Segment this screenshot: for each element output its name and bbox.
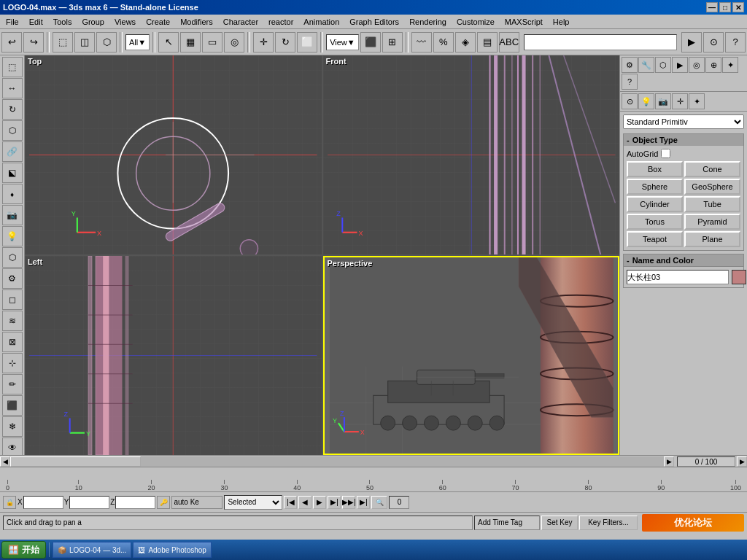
rpanel-pyramid-button[interactable]: Pyramid (684, 214, 740, 230)
freeze-tool[interactable]: ❄ (2, 416, 23, 437)
taskbar-item-3dsmax[interactable]: 📦 LOGO-04 — 3d... (53, 542, 131, 558)
rpanel-light-icon[interactable]: 💡 (638, 93, 654, 109)
rpanel-tab-modify[interactable]: 🔧 (638, 57, 654, 73)
xref-tool[interactable]: ⬛ (2, 395, 23, 416)
maximize-button[interactable]: □ (719, 2, 731, 12)
x-input[interactable] (23, 496, 63, 509)
snap-button[interactable]: ◈ (455, 32, 476, 52)
rpanel-tab-more[interactable]: ✦ (722, 57, 738, 73)
menu-character[interactable]: Character (219, 16, 263, 28)
select-circle-button[interactable]: ◎ (224, 32, 244, 52)
timeline-right-arrow[interactable]: ▶ (664, 456, 674, 467)
category-select[interactable]: Standard Primitiv (623, 114, 744, 129)
add-time-tag-button[interactable]: Add Time Tag (474, 516, 540, 530)
filter-dropdown[interactable]: All ▼ (125, 34, 150, 50)
rpanel-torus-button[interactable]: Torus (627, 214, 683, 230)
hide-tool[interactable]: 👁 (2, 438, 23, 455)
menu-file[interactable]: File (1, 16, 23, 28)
menu-help[interactable]: Help (549, 16, 574, 28)
system-tool[interactable]: ⚙ (2, 268, 23, 289)
render-button[interactable]: ▶ (681, 32, 702, 52)
timeline-thumb[interactable] (10, 456, 141, 467)
viewport-top[interactable]: Top X Y (25, 55, 322, 254)
rpanel-tab-help[interactable]: ? (622, 74, 638, 90)
end-button[interactable]: ▶| (357, 496, 370, 509)
percent-button[interactable]: % (433, 32, 454, 52)
viewport-front[interactable]: Front X (323, 55, 620, 254)
light-tool[interactable]: 💡 (2, 226, 23, 246)
scale-button[interactable]: ⬜ (297, 32, 317, 52)
rpanel-sphere-button[interactable]: Sphere (627, 179, 683, 195)
selected-dropdown[interactable]: Selected (224, 495, 282, 510)
patch-tool[interactable]: ⊠ (2, 332, 23, 352)
menu-rendering[interactable]: Rendering (405, 16, 451, 28)
rotate-tool[interactable]: ↻ (2, 99, 23, 120)
lasso-button[interactable]: ⬡ (96, 32, 117, 52)
camera-tool[interactable]: 📷 (2, 205, 23, 225)
y-input[interactable] (69, 496, 109, 509)
timeline-left-arrow[interactable]: ◀ (0, 456, 10, 467)
menu-create[interactable]: Create (142, 16, 174, 28)
name-field[interactable] (524, 34, 677, 50)
menu-graph-editors[interactable]: Graph Editors (345, 16, 403, 28)
paint-tool[interactable]: ✏ (2, 374, 23, 394)
timeline-expand-button[interactable]: ▶ (737, 456, 747, 467)
redo-button[interactable]: ↪ (23, 32, 44, 52)
object-name-input[interactable] (627, 270, 729, 284)
render-type-button[interactable]: ABC (499, 32, 519, 52)
timeline-scroll-track[interactable] (10, 456, 664, 467)
zoom-anim-button[interactable]: 🔍 (371, 496, 387, 509)
autogrid-checkbox[interactable] (661, 149, 670, 158)
space-tool[interactable]: ⊹ (2, 353, 23, 373)
menu-edit[interactable]: Edit (25, 16, 47, 28)
rpanel-category-dropdown[interactable]: Standard Primitiv (623, 114, 744, 129)
menu-tools[interactable]: Tools (49, 16, 77, 28)
prev-frame-button[interactable]: ◀ (298, 496, 311, 509)
rpanel-geosphere-button[interactable]: GeoSphere (684, 179, 740, 195)
menu-customize[interactable]: Customize (452, 16, 499, 28)
curve-button[interactable]: 〰 (411, 32, 432, 52)
named-sel-button[interactable]: ▤ (477, 32, 498, 52)
z-input[interactable] (115, 496, 155, 509)
menu-group[interactable]: Group (77, 16, 109, 28)
create-tool[interactable]: ⬚ (2, 57, 23, 77)
mirror-button[interactable]: ⬛ (360, 32, 381, 52)
taskbar-item-photoshop[interactable]: 🖼 Adobe Photoshop (133, 542, 212, 558)
viewport-perspective[interactable]: Perspective (323, 256, 620, 455)
next-frame-button[interactable]: ▶| (328, 496, 341, 509)
rotate-button[interactable]: ↻ (275, 32, 295, 52)
shape-tool[interactable]: ◻ (2, 289, 23, 310)
nurbs-tool[interactable]: ≋ (2, 311, 23, 331)
close-button[interactable]: ✕ (732, 2, 744, 12)
rpanel-cone-button[interactable]: Cone (684, 161, 740, 177)
rpanel-tab-utilities[interactable]: ⊕ (705, 57, 721, 73)
menu-animation[interactable]: Animation (299, 16, 344, 28)
menu-maxscript[interactable]: MAXScript (500, 16, 547, 28)
key-filters-button[interactable]: Key Filters... (579, 516, 638, 530)
align-button[interactable]: ⊞ (382, 32, 403, 52)
color-swatch[interactable] (732, 270, 746, 284)
select-rect-button[interactable]: ▭ (202, 32, 222, 52)
next-key-button[interactable]: ▶▶| (342, 496, 355, 509)
bone-tool[interactable]: ⬧ (2, 184, 23, 204)
viewport-left[interactable]: Left Y (25, 256, 322, 455)
rpanel-sphere-icon[interactable]: ⊙ (622, 93, 638, 109)
view-dropdown[interactable]: View ▼ (326, 34, 359, 50)
rpanel-tab-motion[interactable]: ▶ (672, 57, 688, 73)
rpanel-cylinder-button[interactable]: Cylinder (627, 196, 683, 212)
rpanel-tab-display[interactable]: ◎ (689, 57, 705, 73)
rpanel-plane-button[interactable]: Plane (684, 231, 740, 247)
select-button[interactable]: ⬚ (53, 32, 73, 52)
move-button[interactable]: ✛ (253, 32, 274, 52)
select-tool-button[interactable]: ↖ (158, 32, 179, 52)
scale-tool[interactable]: ⬡ (2, 120, 23, 141)
prev-key-button[interactable]: |◀ (284, 496, 297, 509)
rpanel-camera-icon[interactable]: 📷 (655, 93, 671, 109)
rpanel-teapot-button[interactable]: Teapot (627, 231, 683, 247)
select-region-button[interactable]: ◫ (74, 32, 95, 52)
render2-button[interactable]: ⊙ (703, 32, 724, 52)
minimize-button[interactable]: — (706, 2, 718, 12)
start-button[interactable]: 🪟 开始 (1, 541, 46, 559)
menu-reactor[interactable]: reactor (264, 16, 298, 28)
unlink-tool[interactable]: ⬕ (2, 163, 23, 183)
